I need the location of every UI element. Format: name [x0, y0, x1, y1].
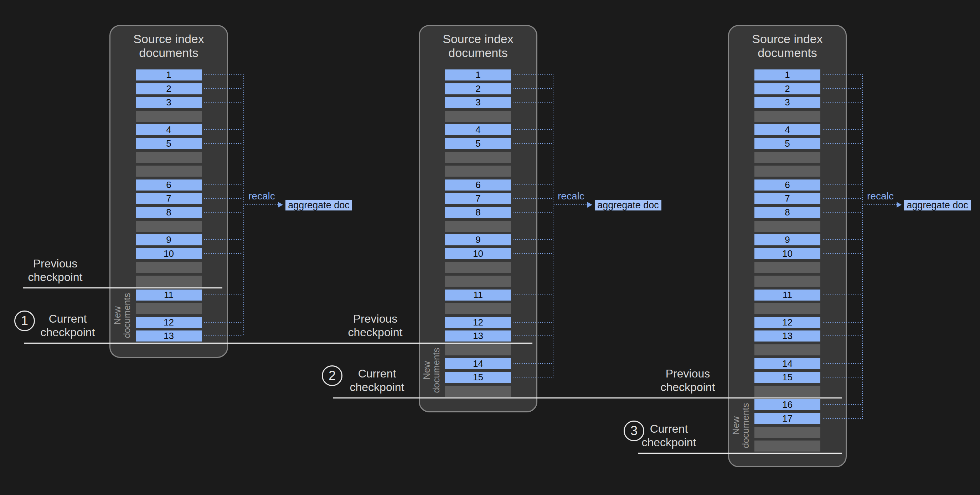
previous-checkpoint-label: Previous	[627, 367, 748, 380]
document-connector-line	[204, 212, 243, 213]
document-connector-line	[823, 253, 862, 254]
document-bar: 14	[754, 358, 820, 369]
document-bar: 4	[754, 124, 820, 135]
document-connector-line	[823, 75, 862, 75]
document-connector-line	[823, 143, 862, 144]
document-connector-line	[514, 184, 553, 185]
document-connector-line	[823, 198, 862, 199]
document-bar: 4	[445, 124, 511, 135]
document-connector-line	[823, 363, 862, 364]
document-connector-line	[514, 363, 553, 364]
recalc-arrow-line	[243, 205, 278, 205]
panel-title: documents	[110, 46, 228, 60]
document-bar: 15	[754, 372, 820, 383]
new-documents-label-line: documents	[122, 289, 132, 342]
document-connector-line	[514, 198, 553, 199]
document-connector-line	[823, 88, 862, 89]
document-bar: 7	[136, 193, 202, 204]
document-bar: 1	[754, 70, 820, 81]
document-connector-line	[204, 143, 243, 144]
document-bar: 8	[754, 207, 820, 218]
new-documents-label-line: documents	[741, 399, 751, 452]
recalc-arrowhead-icon	[587, 202, 592, 208]
empty-slot	[445, 303, 511, 314]
empty-slot	[754, 386, 820, 397]
recalc-label: recalc	[867, 191, 894, 201]
previous-checkpoint-label: checkpoint	[315, 326, 436, 339]
document-bar: 6	[754, 179, 820, 190]
document-connector-line	[514, 377, 553, 378]
previous-checkpoint-label: Previous	[315, 312, 436, 325]
document-bar: 7	[754, 193, 820, 204]
new-documents-label-line: New	[422, 344, 431, 397]
checkpoint-number-badge: 1	[14, 311, 35, 331]
document-bar: 1	[445, 70, 511, 81]
document-bar: 3	[136, 97, 202, 108]
recalc-arrow-line	[862, 205, 897, 205]
panel-title: documents	[419, 46, 538, 60]
previous-checkpoint-label: Previous	[0, 257, 116, 270]
document-bar: 2	[445, 83, 511, 94]
document-bar: 3	[445, 97, 511, 108]
empty-slot	[754, 166, 820, 177]
recalc-arrowhead-icon	[897, 202, 902, 208]
document-connector-line	[823, 212, 862, 213]
aggregate-doc-badge: aggregate doc	[595, 200, 662, 211]
empty-slot	[136, 276, 202, 287]
empty-slot	[445, 386, 511, 397]
document-connector-line	[514, 335, 553, 336]
recalc-arrowhead-icon	[278, 202, 283, 208]
document-connector-line	[823, 239, 862, 240]
empty-slot	[754, 262, 820, 273]
document-connector-line	[204, 129, 243, 130]
empty-slot	[136, 262, 202, 273]
empty-slot	[136, 303, 202, 314]
document-bar: 14	[445, 358, 511, 369]
document-connector-line	[823, 404, 862, 405]
document-bar: 9	[754, 234, 820, 245]
document-bar: 9	[445, 234, 511, 245]
document-connector-line	[823, 184, 862, 185]
document-connector-line	[514, 102, 553, 103]
document-connector-line	[823, 102, 862, 103]
diagram-canvas: Source indexdocuments12345678910111213re…	[0, 0, 980, 495]
document-connector-line	[204, 295, 243, 295]
bracket-line	[862, 75, 863, 419]
document-bar: 10	[754, 248, 820, 259]
document-bar: 6	[445, 179, 511, 190]
document-connector-line	[204, 88, 243, 89]
document-bar: 12	[136, 317, 202, 328]
panel-title: documents	[728, 46, 847, 60]
new-documents-label: Newdocuments	[422, 344, 441, 397]
document-bar: 5	[136, 138, 202, 149]
new-documents-label-line: New	[113, 289, 122, 342]
document-bar: 4	[136, 124, 202, 135]
document-connector-line	[204, 322, 243, 323]
empty-slot	[445, 344, 511, 355]
empty-slot	[136, 221, 202, 232]
empty-slot	[445, 262, 511, 273]
panel-title: Source index	[419, 32, 538, 46]
empty-slot	[136, 111, 202, 122]
document-connector-line	[823, 377, 862, 378]
empty-slot	[136, 166, 202, 177]
empty-slot	[754, 111, 820, 122]
document-connector-line	[514, 88, 553, 89]
document-connector-line	[204, 75, 243, 75]
previous-checkpoint-label: checkpoint	[627, 381, 748, 393]
new-documents-label: Newdocuments	[113, 289, 132, 342]
checkpoint-line	[333, 397, 842, 398]
empty-slot	[754, 441, 820, 452]
aggregate-doc-badge: aggregate doc	[904, 200, 971, 211]
document-bar: 13	[754, 330, 820, 341]
recalc-label: recalc	[558, 191, 584, 201]
document-bar: 5	[445, 138, 511, 149]
document-bar: 13	[136, 330, 202, 341]
new-documents-label-line: documents	[431, 344, 441, 397]
document-bar: 5	[754, 138, 820, 149]
document-connector-line	[823, 295, 862, 295]
document-bar: 12	[754, 317, 820, 328]
document-connector-line	[204, 335, 243, 336]
empty-slot	[445, 276, 511, 287]
checkpoint-number-badge: 3	[624, 420, 644, 441]
